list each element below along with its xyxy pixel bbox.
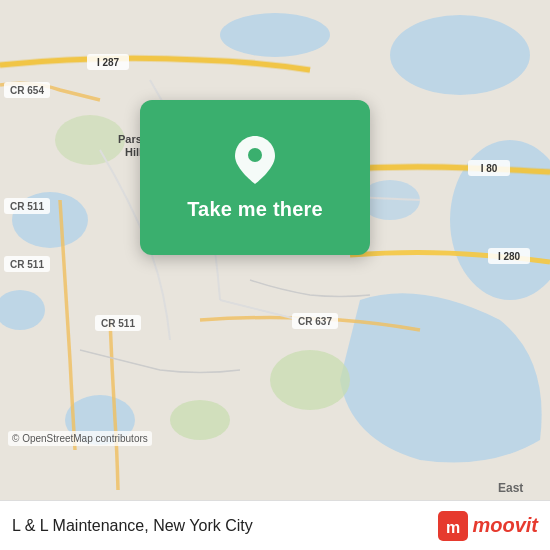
svg-point-2: [390, 15, 530, 95]
copyright-notice: © OpenStreetMap contributors: [8, 431, 152, 446]
copyright-text: © OpenStreetMap contributors: [12, 433, 148, 444]
svg-text:I 80: I 80: [481, 163, 498, 174]
moovit-brand-text: moovit: [472, 514, 538, 537]
svg-text:East: East: [498, 481, 523, 495]
svg-point-9: [170, 400, 230, 440]
svg-point-1: [220, 13, 330, 57]
svg-point-10: [55, 115, 125, 165]
svg-text:I 280: I 280: [498, 251, 521, 262]
svg-text:CR 654: CR 654: [10, 85, 44, 96]
bottom-bar: L & L Maintenance, New York City m moovi…: [0, 500, 550, 550]
moovit-icon: m: [438, 511, 468, 541]
location-pin-icon: [233, 134, 277, 186]
map-container: I 287 I 80 I 280 CR 511 CR 511 CR 511 CR…: [0, 0, 550, 500]
svg-text:CR 511: CR 511: [101, 318, 135, 329]
location-name: L & L Maintenance, New York City: [12, 517, 438, 535]
take-me-there-button[interactable]: Take me there: [187, 198, 323, 221]
svg-text:CR 637: CR 637: [298, 316, 332, 327]
svg-text:m: m: [446, 519, 460, 536]
svg-point-30: [248, 148, 262, 162]
svg-text:CR 511: CR 511: [10, 259, 44, 270]
svg-text:CR 511: CR 511: [10, 201, 44, 212]
action-card[interactable]: Take me there: [140, 100, 370, 255]
moovit-logo: m moovit: [438, 511, 538, 541]
svg-text:I 287: I 287: [97, 57, 120, 68]
svg-point-8: [270, 350, 350, 410]
